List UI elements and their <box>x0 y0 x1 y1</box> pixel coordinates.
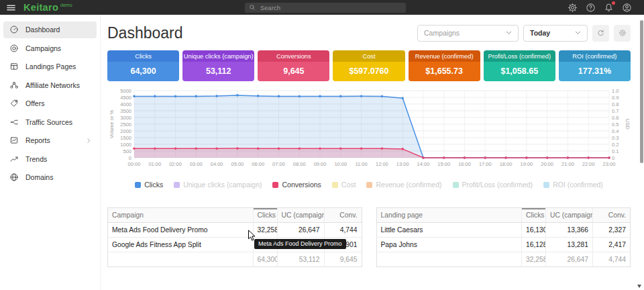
svg-text:09:00: 09:00 <box>314 161 327 167</box>
refresh-icon <box>596 29 605 38</box>
scrollbar-thumb[interactable] <box>640 20 643 163</box>
table-row[interactable]: Meta Ads Food Delivery Promo32,25826,647… <box>108 223 362 238</box>
stat-card-value: 9,645 <box>258 62 329 81</box>
svg-text:18:00: 18:00 <box>500 161 513 167</box>
stat-card-value: $1,655.73 <box>409 62 480 81</box>
svg-text:02:00: 02:00 <box>169 161 182 167</box>
column-header-uc-campaign[interactable]: UC (campaign) <box>546 208 593 223</box>
campaigns-filter-value: Campaigns <box>424 29 460 37</box>
sidebar-item-domains[interactable]: Domains <box>3 169 97 186</box>
logo-text: Keitaro <box>23 1 58 14</box>
notification-badge <box>612 1 615 5</box>
numeric-cell[interactable]: 16,130 <box>522 223 546 238</box>
svg-text:4000: 4000 <box>120 101 131 107</box>
svg-text:17:00: 17:00 <box>479 161 492 167</box>
sidebar-item-reports[interactable]: Reports <box>3 132 97 149</box>
settings-button[interactable] <box>568 3 578 13</box>
svg-text:06:00: 06:00 <box>252 161 264 167</box>
demo-badge: demo <box>60 3 72 7</box>
refresh-button[interactable] <box>592 25 609 42</box>
svg-text:1.0: 1.0 <box>612 88 619 94</box>
numeric-cell[interactable]: 13,366 <box>546 223 593 238</box>
totals-cell: 4,744 <box>593 252 631 267</box>
sidebar-item-label: Trends <box>25 155 47 163</box>
sidebar-item-dashboard[interactable]: Dashboard <box>3 21 97 38</box>
numeric-cell[interactable]: 16,128 <box>522 238 546 252</box>
legend-item-revenue-confirmed[interactable]: Revenue (confirmed) <box>366 181 441 189</box>
svg-text:0.8: 0.8 <box>612 101 619 107</box>
stat-card-unique-clicks-campaign: Unique clicks (campaign)53,112 <box>182 50 254 81</box>
page-title: Dashboard <box>107 23 183 43</box>
numeric-cell[interactable]: 13,281 <box>546 238 593 252</box>
totals-cell: 32,258 <box>522 252 546 267</box>
table-row[interactable]: Papa Johns16,12813,2812,417 <box>376 238 631 252</box>
sidebar-item-offers[interactable]: Offers <box>3 95 97 112</box>
totals-label-cell <box>376 252 522 267</box>
svg-text:0: 0 <box>612 155 614 161</box>
stat-card-profit-loss-confirmed: Profit/Loss (confirmed)$1,058.65 <box>484 50 555 81</box>
legend-item-roi-confirmed[interactable]: ROI (confirmed) <box>543 181 603 189</box>
sidebar-item-label: Landings Pages <box>25 62 76 70</box>
stat-card-label: Conversions <box>258 50 329 62</box>
legend-item-unique-clicks-campaign[interactable]: Unique clicks (campaign) <box>174 181 262 189</box>
magnifier-icon <box>249 4 256 11</box>
table-row[interactable]: Little Caesars16,13013,3662,327 <box>376 223 631 238</box>
svg-text:2500: 2500 <box>120 122 131 128</box>
globe-icon <box>9 173 19 182</box>
svg-text:13:00: 13:00 <box>396 161 409 167</box>
account-button[interactable] <box>622 3 632 13</box>
column-header-conv[interactable]: Conv. <box>593 208 631 223</box>
svg-text:19:00: 19:00 <box>520 161 533 167</box>
search-bar[interactable] <box>245 3 406 13</box>
totals-cell: 26,647 <box>546 252 593 267</box>
svg-text:22:00: 22:00 <box>582 161 595 167</box>
legend-item-clicks[interactable]: Clicks <box>135 181 163 189</box>
campaigns-filter-select[interactable]: Campaigns <box>417 25 519 42</box>
sidebar-item-label: Domains <box>25 173 53 181</box>
sidebar-item-traffic-sources[interactable]: Traffic Sources <box>3 113 97 130</box>
column-header-clicks[interactable]: Clicks <box>253 208 277 223</box>
help-button[interactable] <box>586 3 596 13</box>
svg-text:08:00: 08:00 <box>293 161 306 167</box>
legend-item-cost[interactable]: Cost <box>332 181 356 189</box>
column-header-uc-campaign[interactable]: UC (campaign) <box>277 208 324 223</box>
row-label-cell[interactable]: Google Ads Fitness App Split <box>108 238 254 252</box>
gauge-icon <box>9 25 19 34</box>
numeric-cell[interactable]: 32,258 <box>253 223 277 238</box>
row-label-cell[interactable]: Little Caesars <box>376 223 522 238</box>
sidebar-item-trends[interactable]: Trends <box>3 150 97 167</box>
numeric-cell[interactable]: 26,647 <box>277 223 324 238</box>
hamburger-icon <box>6 3 16 13</box>
sidebar-item-label: Campaigns <box>25 44 61 52</box>
legend-swatch <box>332 182 338 188</box>
column-header-campaign[interactable]: Campaign <box>108 208 254 223</box>
legend-item-profit-loss-confirmed[interactable]: Profit/Loss (confirmed) <box>453 181 533 189</box>
scrollbar[interactable] <box>639 15 644 290</box>
numeric-cell[interactable]: 2,417 <box>593 238 631 252</box>
stat-card-value: 53,112 <box>182 62 254 81</box>
scroll-down-arrow-icon[interactable] <box>637 285 641 288</box>
search-input[interactable] <box>259 3 402 12</box>
date-range-select[interactable]: Today <box>523 25 588 42</box>
menu-toggle-button[interactable] <box>6 3 16 13</box>
legend-label: Revenue (confirmed) <box>376 181 441 189</box>
column-header-landing-page[interactable]: Landing page <box>376 208 522 223</box>
legend-swatch <box>453 182 459 188</box>
sidebar-item-affiliate-networks[interactable]: Affiliate Networks <box>3 77 97 93</box>
legend-label: Clicks <box>144 181 163 189</box>
pages-icon <box>9 62 19 71</box>
svg-text:Volume or %: Volume or % <box>109 109 115 138</box>
sidebar-item-campaigns[interactable]: Campaigns <box>3 40 97 56</box>
sidebar-item-landings-pages[interactable]: Landings Pages <box>3 58 97 75</box>
row-label-cell[interactable]: Papa Johns <box>376 238 522 252</box>
row-label-cell[interactable]: Meta Ads Food Delivery Promo <box>108 223 254 238</box>
dashboard-settings-button[interactable] <box>614 25 631 42</box>
column-header-conv[interactable]: Conv. <box>324 208 362 223</box>
column-header-clicks[interactable]: Clicks <box>522 208 546 223</box>
numeric-cell[interactable]: 4,744 <box>324 223 362 238</box>
notifications-button[interactable] <box>604 3 614 13</box>
legend-item-conversions[interactable]: Conversions <box>272 181 321 189</box>
logo[interactable]: Keitaro demo <box>23 1 72 14</box>
svg-text:2000: 2000 <box>120 128 131 134</box>
numeric-cell[interactable]: 2,327 <box>593 223 631 238</box>
